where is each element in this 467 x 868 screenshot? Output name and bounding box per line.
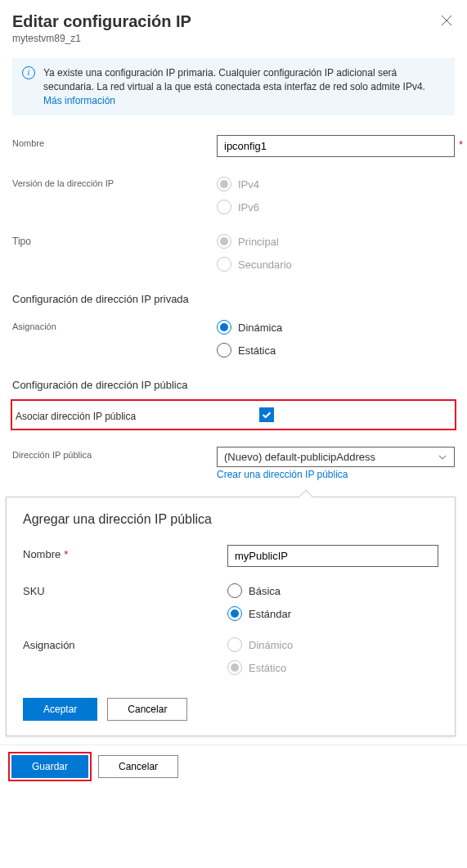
- callout-beak: [299, 490, 313, 504]
- label-name: Nombre: [12, 135, 217, 148]
- create-public-ip-link[interactable]: Crear una dirección IP pública: [217, 469, 348, 480]
- radio-icon: [217, 200, 231, 214]
- callout-cancel-button[interactable]: Cancelar: [107, 698, 187, 721]
- radio-icon: [217, 257, 231, 272]
- associate-public-checkbox[interactable]: [259, 407, 274, 422]
- row-assignment-private: Asignación Dinámica Estática: [0, 313, 467, 362]
- page-title: Editar configuración IP: [12, 12, 455, 31]
- close-icon[interactable]: [441, 15, 452, 26]
- callout-label-sku: SKU: [23, 582, 227, 597]
- row-name: Nombre *: [0, 130, 467, 162]
- chevron-down-icon: [438, 452, 447, 462]
- footer: Guardar Cancelar: [0, 744, 467, 788]
- radio-static-private[interactable]: Estática: [217, 343, 455, 358]
- radio-assign-static: Estático: [227, 660, 438, 675]
- radio-icon: [217, 320, 231, 335]
- cancel-button[interactable]: Cancelar: [98, 755, 178, 778]
- radio-assign-dynamic: Dinámico: [227, 637, 438, 652]
- radio-ipv4: IPv4: [217, 177, 455, 191]
- dropdown-value: (Nuevo) default-publicipAddress: [224, 451, 375, 463]
- radio-icon: [227, 606, 242, 621]
- radio-icon: [217, 177, 231, 191]
- label-assignment: Asignación: [12, 318, 217, 331]
- section-public-ip: Configuración de dirección IP pública: [0, 362, 467, 399]
- callout-title: Agregar una dirección IP pública: [23, 512, 438, 527]
- callout-label-name: Nombre*: [23, 545, 227, 560]
- info-icon: i: [22, 66, 35, 79]
- callout-label-assignment: Asignación: [23, 636, 227, 651]
- label-associate-public: Asociar dirección IP pública: [14, 407, 259, 422]
- row-ip-version: Versión de la dirección IP IPv4 IPv6: [0, 170, 467, 219]
- name-input[interactable]: [217, 135, 455, 157]
- info-banner: i Ya existe una configuración IP primari…: [12, 58, 455, 115]
- radio-ipv6: IPv6: [217, 200, 455, 214]
- radio-icon: [217, 234, 231, 249]
- label-public-ip: Dirección IP pública: [12, 447, 217, 460]
- required-mark: *: [459, 138, 463, 151]
- label-ip-version: Versión de la dirección IP: [12, 175, 217, 188]
- create-public-ip-callout: Agregar una dirección IP pública Nombre*…: [6, 497, 456, 736]
- label-type: Tipo: [12, 232, 217, 247]
- radio-dynamic-private[interactable]: Dinámica: [217, 320, 455, 335]
- callout-row-name: Nombre*: [23, 545, 438, 567]
- radio-icon: [227, 660, 242, 675]
- accept-button[interactable]: Aceptar: [23, 698, 97, 721]
- panel-header: Editar configuración IP mytestvm89_z1: [0, 0, 467, 48]
- public-ip-dropdown[interactable]: (Nuevo) default-publicipAddress: [217, 447, 455, 467]
- radio-secundario: Secundario: [217, 257, 455, 272]
- row-associate-public: Asociar dirección IP pública: [11, 399, 456, 430]
- section-private-ip: Configuración de dirección IP privada: [0, 277, 467, 313]
- callout-row-sku: SKU Básica Estándar: [23, 582, 438, 621]
- radio-sku-standard[interactable]: Estándar: [227, 606, 438, 621]
- info-more-link[interactable]: Más información: [43, 95, 115, 106]
- save-button[interactable]: Guardar: [11, 755, 88, 778]
- info-text-wrap: Ya existe una configuración IP primaria.…: [43, 66, 445, 107]
- info-text: Ya existe una configuración IP primaria.…: [43, 67, 425, 92]
- radio-icon: [227, 637, 242, 652]
- radio-icon: [217, 343, 231, 358]
- public-ip-name-input[interactable]: [227, 545, 438, 567]
- page-subtitle: mytestvm89_z1: [12, 33, 455, 44]
- callout-row-assignment: Asignación Dinámico Estático: [23, 636, 438, 675]
- radio-principal: Principal: [217, 234, 455, 249]
- radio-sku-basic[interactable]: Básica: [227, 583, 438, 598]
- callout-buttons: Aceptar Cancelar: [23, 698, 438, 721]
- row-public-ip: Dirección IP pública (Nuevo) default-pub…: [0, 442, 467, 485]
- radio-icon: [227, 583, 242, 598]
- row-type: Tipo Principal Secundario: [0, 227, 467, 277]
